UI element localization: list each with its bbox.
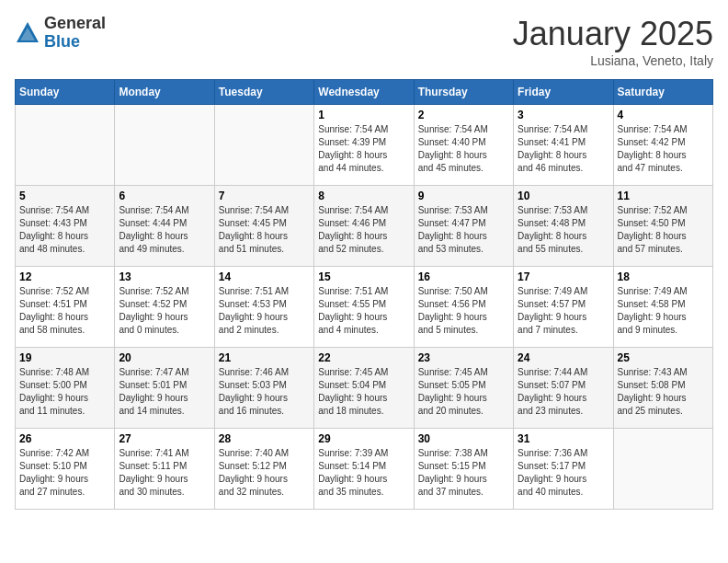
weekday-header: Friday <box>514 80 613 105</box>
calendar-cell: 19Sunrise: 7:48 AM Sunset: 5:00 PM Dayli… <box>16 348 115 429</box>
weekday-header: Wednesday <box>314 80 414 105</box>
calendar-header: SundayMondayTuesdayWednesdayThursdayFrid… <box>16 80 713 105</box>
day-number: 7 <box>219 190 310 202</box>
calendar-cell: 11Sunrise: 7:52 AM Sunset: 4:50 PM Dayli… <box>613 186 712 267</box>
weekday-header: Saturday <box>613 80 712 105</box>
day-number: 14 <box>219 270 310 283</box>
calendar-cell: 22Sunrise: 7:45 AM Sunset: 5:04 PM Dayli… <box>314 348 414 429</box>
calendar-cell: 17Sunrise: 7:49 AM Sunset: 4:57 PM Dayli… <box>514 267 613 348</box>
day-number: 25 <box>618 351 709 364</box>
day-info: Sunrise: 7:52 AM Sunset: 4:52 PM Dayligh… <box>119 285 210 337</box>
day-number: 22 <box>318 351 409 364</box>
day-info: Sunrise: 7:48 AM Sunset: 5:00 PM Dayligh… <box>19 366 110 418</box>
day-info: Sunrise: 7:54 AM Sunset: 4:46 PM Dayligh… <box>318 204 409 256</box>
calendar-cell: 18Sunrise: 7:49 AM Sunset: 4:58 PM Dayli… <box>613 267 712 348</box>
calendar-cell <box>16 105 115 186</box>
calendar-cell: 23Sunrise: 7:45 AM Sunset: 5:05 PM Dayli… <box>414 348 513 429</box>
day-info: Sunrise: 7:43 AM Sunset: 5:08 PM Dayligh… <box>618 366 709 418</box>
calendar-cell: 16Sunrise: 7:50 AM Sunset: 4:56 PM Dayli… <box>414 267 513 348</box>
weekday-row: SundayMondayTuesdayWednesdayThursdayFrid… <box>16 80 713 105</box>
day-number: 13 <box>119 270 210 283</box>
calendar-table: SundayMondayTuesdayWednesdayThursdayFrid… <box>15 79 713 510</box>
day-number: 17 <box>518 270 609 283</box>
calendar-cell: 30Sunrise: 7:38 AM Sunset: 5:15 PM Dayli… <box>414 429 513 510</box>
day-info: Sunrise: 7:49 AM Sunset: 4:58 PM Dayligh… <box>618 285 709 337</box>
day-number: 20 <box>119 351 210 364</box>
day-number: 30 <box>418 432 509 445</box>
calendar-body: 1Sunrise: 7:54 AM Sunset: 4:39 PM Daylig… <box>16 105 713 510</box>
calendar-cell: 29Sunrise: 7:39 AM Sunset: 5:14 PM Dayli… <box>314 429 414 510</box>
calendar-cell: 1Sunrise: 7:54 AM Sunset: 4:39 PM Daylig… <box>314 105 414 186</box>
day-number: 1 <box>318 109 409 121</box>
calendar-week-row: 5Sunrise: 7:54 AM Sunset: 4:43 PM Daylig… <box>16 186 713 267</box>
day-number: 23 <box>418 351 509 364</box>
calendar-week-row: 19Sunrise: 7:48 AM Sunset: 5:00 PM Dayli… <box>16 348 713 429</box>
day-number: 27 <box>119 432 210 445</box>
day-info: Sunrise: 7:54 AM Sunset: 4:45 PM Dayligh… <box>219 204 310 256</box>
calendar-cell: 14Sunrise: 7:51 AM Sunset: 4:53 PM Dayli… <box>214 267 313 348</box>
calendar-cell: 3Sunrise: 7:54 AM Sunset: 4:41 PM Daylig… <box>514 105 613 186</box>
weekday-header: Thursday <box>414 80 513 105</box>
day-number: 3 <box>518 109 609 121</box>
calendar-week-row: 26Sunrise: 7:42 AM Sunset: 5:10 PM Dayli… <box>16 429 713 510</box>
calendar-cell: 26Sunrise: 7:42 AM Sunset: 5:10 PM Dayli… <box>16 429 115 510</box>
calendar-cell: 31Sunrise: 7:36 AM Sunset: 5:17 PM Dayli… <box>514 429 613 510</box>
calendar-cell <box>613 429 712 510</box>
day-info: Sunrise: 7:38 AM Sunset: 5:15 PM Dayligh… <box>418 447 509 499</box>
day-number: 2 <box>418 109 509 121</box>
calendar-title: January 2025 <box>513 15 713 53</box>
calendar-cell: 25Sunrise: 7:43 AM Sunset: 5:08 PM Dayli… <box>613 348 712 429</box>
day-info: Sunrise: 7:40 AM Sunset: 5:12 PM Dayligh… <box>219 447 310 499</box>
day-info: Sunrise: 7:54 AM Sunset: 4:41 PM Dayligh… <box>518 123 609 175</box>
day-info: Sunrise: 7:54 AM Sunset: 4:39 PM Dayligh… <box>318 123 409 175</box>
calendar-week-row: 1Sunrise: 7:54 AM Sunset: 4:39 PM Daylig… <box>16 105 713 186</box>
calendar-cell <box>214 105 313 186</box>
day-info: Sunrise: 7:51 AM Sunset: 4:53 PM Dayligh… <box>219 285 310 337</box>
day-number: 12 <box>19 270 110 283</box>
day-number: 15 <box>318 270 409 283</box>
day-number: 16 <box>418 270 509 283</box>
day-number: 26 <box>19 432 110 445</box>
day-info: Sunrise: 7:53 AM Sunset: 4:48 PM Dayligh… <box>518 204 609 256</box>
calendar-cell: 27Sunrise: 7:41 AM Sunset: 5:11 PM Dayli… <box>115 429 214 510</box>
day-info: Sunrise: 7:46 AM Sunset: 5:03 PM Dayligh… <box>219 366 310 418</box>
day-number: 11 <box>618 190 709 202</box>
logo-general-text: General <box>44 14 106 32</box>
weekday-header: Monday <box>115 80 214 105</box>
day-number: 18 <box>618 270 709 283</box>
day-number: 6 <box>119 190 210 202</box>
calendar-cell: 28Sunrise: 7:40 AM Sunset: 5:12 PM Dayli… <box>214 429 313 510</box>
day-info: Sunrise: 7:44 AM Sunset: 5:07 PM Dayligh… <box>518 366 609 418</box>
day-number: 4 <box>618 109 709 121</box>
day-info: Sunrise: 7:54 AM Sunset: 4:42 PM Dayligh… <box>618 123 709 175</box>
day-info: Sunrise: 7:54 AM Sunset: 4:44 PM Dayligh… <box>119 204 210 256</box>
calendar-cell <box>115 105 214 186</box>
day-number: 28 <box>219 432 310 445</box>
day-info: Sunrise: 7:52 AM Sunset: 4:50 PM Dayligh… <box>618 204 709 256</box>
calendar-cell: 8Sunrise: 7:54 AM Sunset: 4:46 PM Daylig… <box>314 186 414 267</box>
logo-text: General Blue <box>44 15 106 52</box>
day-info: Sunrise: 7:45 AM Sunset: 5:04 PM Dayligh… <box>318 366 409 418</box>
calendar-cell: 10Sunrise: 7:53 AM Sunset: 4:48 PM Dayli… <box>514 186 613 267</box>
day-number: 5 <box>19 190 110 202</box>
logo-blue-text: Blue <box>44 32 80 51</box>
day-number: 10 <box>518 190 609 202</box>
calendar-cell: 12Sunrise: 7:52 AM Sunset: 4:51 PM Dayli… <box>16 267 115 348</box>
calendar-cell: 21Sunrise: 7:46 AM Sunset: 5:03 PM Dayli… <box>214 348 313 429</box>
day-number: 24 <box>518 351 609 364</box>
calendar-cell: 9Sunrise: 7:53 AM Sunset: 4:47 PM Daylig… <box>414 186 513 267</box>
calendar-cell: 13Sunrise: 7:52 AM Sunset: 4:52 PM Dayli… <box>115 267 214 348</box>
day-number: 19 <box>19 351 110 364</box>
title-block: January 2025 Lusiana, Veneto, Italy <box>513 15 713 68</box>
calendar-cell: 6Sunrise: 7:54 AM Sunset: 4:44 PM Daylig… <box>115 186 214 267</box>
day-info: Sunrise: 7:54 AM Sunset: 4:40 PM Dayligh… <box>418 123 509 175</box>
logo-icon <box>15 20 40 46</box>
day-number: 8 <box>318 190 409 202</box>
logo: General Blue <box>15 15 106 52</box>
day-info: Sunrise: 7:54 AM Sunset: 4:43 PM Dayligh… <box>19 204 110 256</box>
day-info: Sunrise: 7:36 AM Sunset: 5:17 PM Dayligh… <box>518 447 609 499</box>
weekday-header: Sunday <box>16 80 115 105</box>
calendar-cell: 24Sunrise: 7:44 AM Sunset: 5:07 PM Dayli… <box>514 348 613 429</box>
day-info: Sunrise: 7:47 AM Sunset: 5:01 PM Dayligh… <box>119 366 210 418</box>
calendar-cell: 7Sunrise: 7:54 AM Sunset: 4:45 PM Daylig… <box>214 186 313 267</box>
